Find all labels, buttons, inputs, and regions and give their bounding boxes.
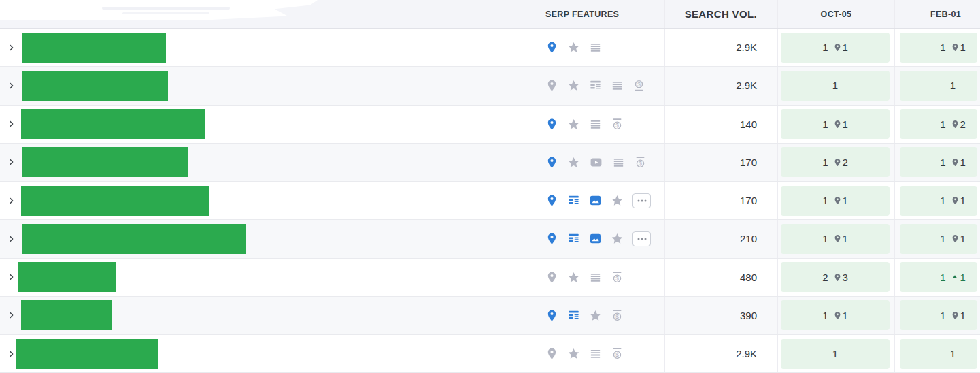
table-body: 2.9K1111$2.9K11$1401112$1701211170111121… xyxy=(0,29,980,373)
feb-01-cell: 11 xyxy=(894,144,980,181)
reviews-icon xyxy=(567,271,580,284)
sitelinks-icon xyxy=(589,271,602,284)
table-row[interactable]: 2101111 xyxy=(0,220,980,258)
local-pack-position: 2 xyxy=(833,157,848,168)
expand-chevron-icon[interactable] xyxy=(7,349,16,358)
local-pack-pin-icon xyxy=(951,234,960,243)
position-cell-oct-05[interactable]: 1 xyxy=(781,71,890,101)
serp-features-cell: $ xyxy=(533,297,664,334)
reviews-icon xyxy=(567,79,580,92)
expand-chevron-icon[interactable] xyxy=(7,81,16,90)
keyword-redacted-bar xyxy=(22,147,188,177)
position-cell-oct-05[interactable]: 11 xyxy=(781,224,890,254)
keyword-cell xyxy=(0,29,533,66)
featured-snippet-icon xyxy=(567,309,580,322)
position-cell-oct-05[interactable]: 12 xyxy=(781,147,890,177)
svg-text:$: $ xyxy=(639,160,642,167)
search-volume-value: 170 xyxy=(740,195,757,206)
search-volume-column-header[interactable]: SEARCH VOL. xyxy=(664,0,777,28)
search-volume-cell: 170 xyxy=(664,182,777,219)
position-cell-oct-05[interactable]: 1 xyxy=(781,339,890,369)
redacted-text-remnant xyxy=(102,7,230,10)
position-cell-feb-01[interactable]: 11 xyxy=(900,300,977,330)
oct-05-header-label: OCT-05 xyxy=(821,10,852,19)
local-pack-icon xyxy=(545,347,558,360)
oct-05-cell: 11 xyxy=(777,106,894,143)
local-pack-pin-icon xyxy=(951,196,960,205)
table-row[interactable]: $2.9K11 xyxy=(0,67,980,105)
oct-05-cell: 12 xyxy=(777,144,894,181)
oct-05-cell: 1 xyxy=(777,335,894,372)
ads-top-icon: $ xyxy=(611,117,624,131)
expand-chevron-icon[interactable] xyxy=(7,120,16,129)
table-row[interactable]: $3901111 xyxy=(0,297,980,335)
oct-05-cell: 11 xyxy=(777,182,894,219)
more-features-button[interactable] xyxy=(632,231,651,246)
table-row[interactable]: $1401112 xyxy=(0,106,980,144)
position-cell-feb-01[interactable]: 1 xyxy=(900,71,977,101)
position-cell-feb-01[interactable]: 11 xyxy=(900,224,977,254)
more-features-button[interactable] xyxy=(632,193,651,208)
local-pack-icon xyxy=(545,194,558,207)
serp-features-cell xyxy=(533,182,664,219)
ads-top-icon: $ xyxy=(634,155,647,169)
search-volume-value: 170 xyxy=(740,157,757,168)
keyword-redacted-bar xyxy=(22,224,246,254)
position-change: 1 xyxy=(951,272,966,283)
position-cell-feb-01[interactable]: 12 xyxy=(900,109,977,139)
position-cell-feb-01[interactable]: 11 xyxy=(900,262,977,292)
sitelinks-icon xyxy=(589,347,602,360)
table-row[interactable]: $1701211 xyxy=(0,144,980,182)
local-pack-pin-icon xyxy=(833,43,842,52)
position-value: 1 xyxy=(940,118,945,130)
redacted-text-remnant xyxy=(122,12,209,14)
expand-chevron-icon[interactable] xyxy=(7,158,16,167)
local-pack-icon xyxy=(545,41,558,54)
expand-chevron-icon[interactable] xyxy=(7,311,16,320)
serp-features-column-header[interactable]: SERP FEATURES xyxy=(533,0,664,28)
local-pack-pin-icon xyxy=(951,120,960,129)
table-row[interactable]: $4802311 xyxy=(0,259,980,297)
table-row[interactable]: 1701111 xyxy=(0,182,980,220)
feb-01-cell: 1 xyxy=(894,67,980,104)
keyword-cell xyxy=(0,106,533,143)
table-row[interactable]: 2.9K1111 xyxy=(0,29,980,67)
featured-snippet-icon xyxy=(589,79,602,92)
search-volume-cell: 170 xyxy=(664,144,777,181)
position-value: 1 xyxy=(822,118,828,130)
position-cell-feb-01[interactable]: 11 xyxy=(900,186,977,216)
position-value: 1 xyxy=(832,348,838,359)
keyword-redacted-bar xyxy=(21,186,209,216)
svg-text:$: $ xyxy=(637,81,641,88)
search-volume-cell: 480 xyxy=(664,259,777,296)
table-row[interactable]: $2.9K11 xyxy=(0,335,980,373)
expand-chevron-icon[interactable] xyxy=(7,43,16,52)
keyword-cell xyxy=(0,220,533,257)
expand-chevron-icon[interactable] xyxy=(7,273,16,282)
search-volume-cell: 2.9K xyxy=(664,335,777,372)
serp-features-cell xyxy=(533,220,664,257)
oct-05-cell: 11 xyxy=(777,297,894,334)
keyword-column-header xyxy=(0,0,533,28)
search-volume-value: 480 xyxy=(740,272,757,283)
local-pack-pin-icon xyxy=(833,158,842,167)
position-cell-feb-01[interactable]: 11 xyxy=(900,33,977,63)
position-cell-feb-01[interactable]: 1 xyxy=(900,339,977,369)
local-pack-position: 3 xyxy=(833,272,848,283)
video-icon xyxy=(589,156,603,169)
expand-chevron-icon[interactable] xyxy=(7,196,16,205)
ads-top-icon: $ xyxy=(611,346,624,361)
search-volume-value: 390 xyxy=(740,310,757,321)
date-column-header-oct-05[interactable]: OCT-05 xyxy=(777,0,894,28)
position-cell-oct-05[interactable]: 11 xyxy=(781,33,890,63)
position-cell-oct-05[interactable]: 11 xyxy=(781,300,890,330)
expand-chevron-icon[interactable] xyxy=(7,234,16,243)
svg-text:$: $ xyxy=(615,351,619,358)
local-pack-position-value: 1 xyxy=(843,195,848,206)
position-cell-oct-05[interactable]: 23 xyxy=(781,262,890,292)
feb-01-cell: 11 xyxy=(894,29,980,66)
position-cell-oct-05[interactable]: 11 xyxy=(781,186,890,216)
position-cell-oct-05[interactable]: 11 xyxy=(781,109,890,139)
position-cell-feb-01[interactable]: 11 xyxy=(900,147,977,177)
date-column-header-feb-01[interactable]: FEB-01 xyxy=(894,0,980,28)
